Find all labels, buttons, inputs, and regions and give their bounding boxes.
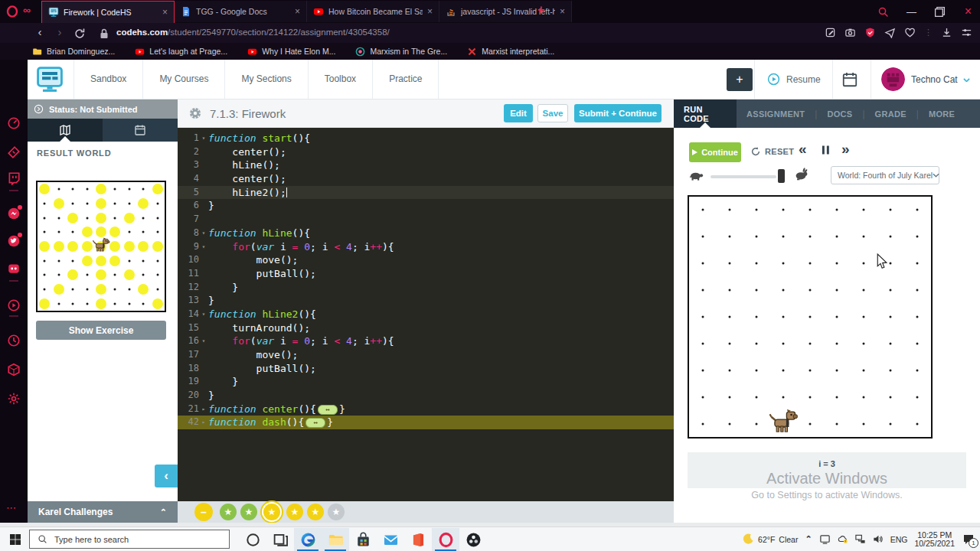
code-line[interactable]: 1▾function start(){ bbox=[178, 132, 674, 145]
code-line[interactable]: 9▾ for(var i = 0; i < 4; i++){ bbox=[178, 240, 674, 254]
speed-slider[interactable] bbox=[710, 175, 776, 178]
forward-icon[interactable]: › bbox=[54, 26, 66, 38]
download-icon[interactable] bbox=[941, 27, 952, 38]
vpn-shield-icon[interactable] bbox=[864, 27, 876, 38]
heart-icon[interactable] bbox=[904, 27, 916, 38]
taskbar-search[interactable]: Type here to search bbox=[29, 530, 230, 549]
network-icon[interactable] bbox=[854, 533, 866, 545]
codehs-logo-icon[interactable] bbox=[35, 65, 64, 94]
star-badge[interactable]: ★ bbox=[286, 504, 303, 520]
sidebar-overflow-icon[interactable]: ⋯ bbox=[6, 502, 17, 514]
fold-marker-icon[interactable]: ▸ bbox=[199, 403, 208, 416]
opera-app[interactable] bbox=[432, 528, 459, 551]
edit-page-icon[interactable] bbox=[825, 27, 836, 38]
nav-item-my-courses[interactable]: My Courses bbox=[143, 60, 225, 99]
onedrive-icon[interactable] bbox=[837, 533, 848, 545]
code-editor[interactable]: 1▾function start(){2 center();3 hLine();… bbox=[178, 128, 674, 501]
store-app[interactable] bbox=[349, 528, 377, 551]
close-icon[interactable]: × bbox=[962, 6, 974, 18]
fold-marker-icon[interactable]: ▾ bbox=[199, 308, 208, 321]
speed-slider-handle[interactable] bbox=[778, 169, 785, 183]
browser-tab[interactable]: Firework | CodeHS× bbox=[41, 1, 175, 23]
username[interactable]: Techno Cat bbox=[911, 74, 958, 85]
code-line[interactable]: 20} bbox=[178, 389, 674, 403]
history-icon[interactable] bbox=[7, 334, 21, 347]
submit-continue-button[interactable]: Submit + Continue bbox=[574, 104, 662, 122]
code-line[interactable]: 13} bbox=[178, 294, 674, 308]
code-line[interactable]: 10 move(); bbox=[178, 253, 674, 267]
tablet-icon[interactable] bbox=[819, 533, 831, 545]
browser-tab[interactable]: How Bitcoin Became El Sal× bbox=[307, 1, 439, 22]
weather-widget[interactable]: 62°F Clear bbox=[743, 533, 798, 545]
extensions-icon[interactable] bbox=[7, 363, 21, 377]
tab-grade[interactable]: GRADE bbox=[865, 109, 916, 119]
collapse-sidebar-button[interactable]: ‹ bbox=[155, 465, 178, 487]
maximize-icon[interactable] bbox=[934, 6, 946, 18]
nav-item-toolbox[interactable]: Toolbox bbox=[309, 60, 373, 99]
bookmark-item[interactable]: Let's laugh at Prage... bbox=[135, 47, 227, 57]
tab-docs[interactable]: DOCS bbox=[817, 109, 862, 119]
star-badge[interactable]: ★ bbox=[240, 504, 257, 520]
reset-button[interactable]: RESET bbox=[750, 146, 794, 157]
office-app[interactable] bbox=[404, 528, 432, 551]
edge-app[interactable] bbox=[294, 528, 322, 551]
add-button[interactable]: + bbox=[727, 68, 753, 91]
calendar-icon[interactable] bbox=[841, 71, 858, 88]
fold-marker-icon[interactable]: ▾ bbox=[199, 227, 208, 240]
step-back-icon[interactable]: « bbox=[799, 141, 807, 158]
clock[interactable]: 10:25 PM 10/25/2021 bbox=[914, 531, 955, 548]
fold-marker-icon[interactable]: ▸ bbox=[199, 416, 208, 429]
code-line[interactable]: 14▾function hLine2(){ bbox=[178, 308, 674, 321]
star-badge[interactable]: ★ bbox=[307, 504, 324, 520]
messenger-icon[interactable] bbox=[7, 207, 21, 220]
code-line[interactable]: 21▸function center(){↔} bbox=[178, 403, 674, 416]
code-line[interactable]: 12 } bbox=[178, 281, 674, 295]
player-icon[interactable] bbox=[7, 298, 21, 312]
speedometer-icon[interactable] bbox=[7, 116, 21, 130]
opera-logo-icon[interactable] bbox=[6, 5, 18, 18]
minimize-icon[interactable]: — bbox=[906, 6, 917, 18]
code-line[interactable]: 42▸function dash(){↔} bbox=[178, 416, 674, 429]
bookmark-item[interactable]: Brian Dominguez... bbox=[32, 47, 115, 57]
bookmark-item[interactable]: Why I Hate Elon M... bbox=[247, 47, 335, 57]
minus-badge[interactable]: – bbox=[194, 503, 213, 521]
show-exercise-button[interactable]: Show Exercise bbox=[36, 321, 166, 340]
sliders-icon[interactable] bbox=[961, 27, 972, 38]
code-line[interactable]: 2 center(); bbox=[178, 145, 674, 159]
tab-close-icon[interactable]: × bbox=[427, 7, 433, 16]
code-line[interactable]: 7 bbox=[178, 213, 674, 227]
obs-app[interactable] bbox=[459, 528, 487, 551]
code-line[interactable]: 4 center(); bbox=[178, 172, 674, 186]
nav-item-practice[interactable]: Practice bbox=[373, 60, 439, 99]
continue-button[interactable]: Continue bbox=[689, 142, 741, 162]
step-forward-icon[interactable]: » bbox=[841, 141, 850, 158]
reload-icon[interactable] bbox=[74, 28, 86, 40]
pause-icon[interactable] bbox=[822, 145, 830, 155]
code-line[interactable]: 17 move(); bbox=[178, 348, 674, 362]
send-icon[interactable] bbox=[884, 27, 896, 38]
save-button[interactable]: Save bbox=[537, 104, 568, 122]
discord-icon[interactable] bbox=[7, 262, 21, 276]
code-line[interactable]: 6} bbox=[178, 199, 674, 213]
mail-app[interactable] bbox=[377, 528, 404, 551]
nav-item-my-sections[interactable]: My Sections bbox=[225, 60, 308, 99]
gx-logo-icon[interactable]: ∞ bbox=[23, 4, 31, 16]
language-indicator[interactable]: ENG bbox=[890, 535, 908, 544]
code-line[interactable]: 15 turnAround(); bbox=[178, 321, 674, 335]
camera-icon[interactable] bbox=[844, 27, 856, 38]
back-icon[interactable]: ‹ bbox=[34, 26, 46, 38]
star-badge[interactable]: ★ bbox=[328, 504, 345, 520]
tab-assignment[interactable]: ASSIGNMENT bbox=[737, 109, 815, 119]
code-line[interactable]: 5 hLine2(); bbox=[178, 186, 674, 200]
folded-code-pill[interactable]: ↔ bbox=[318, 405, 338, 415]
folded-code-pill[interactable]: ↔ bbox=[305, 418, 325, 428]
world-select[interactable]: World: Fourth of July Karel bbox=[831, 166, 939, 184]
tab-close-icon[interactable]: × bbox=[162, 8, 168, 17]
chevron-up-icon[interactable]: ⌃ bbox=[805, 534, 812, 544]
browser-tab[interactable]: TGG - Google Docs× bbox=[175, 1, 307, 22]
volume-icon[interactable] bbox=[872, 533, 884, 545]
star-badge[interactable]: ★ bbox=[220, 504, 237, 520]
tab-close-icon[interactable]: × bbox=[295, 7, 300, 16]
avatar[interactable] bbox=[881, 67, 905, 91]
task-view-app[interactable] bbox=[266, 528, 294, 551]
